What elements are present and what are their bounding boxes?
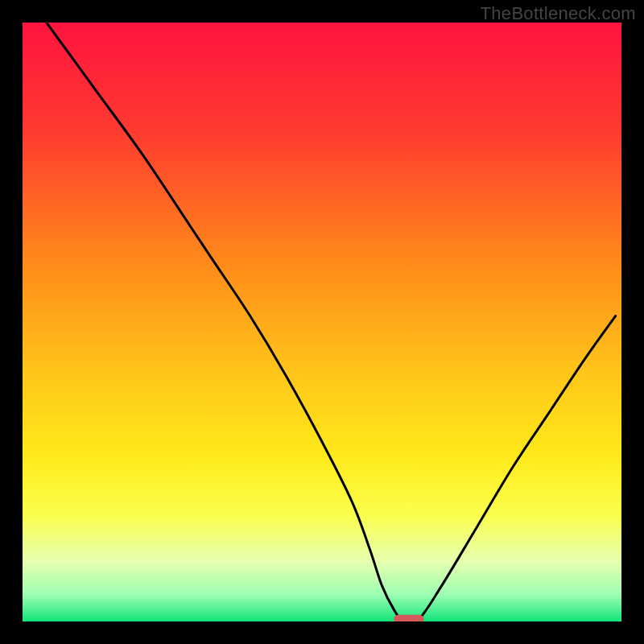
chart-svg [23,23,621,621]
plot-area [23,23,621,621]
watermark-text: TheBottleneck.com [481,3,636,24]
chart-frame: TheBottleneck.com [0,0,644,644]
